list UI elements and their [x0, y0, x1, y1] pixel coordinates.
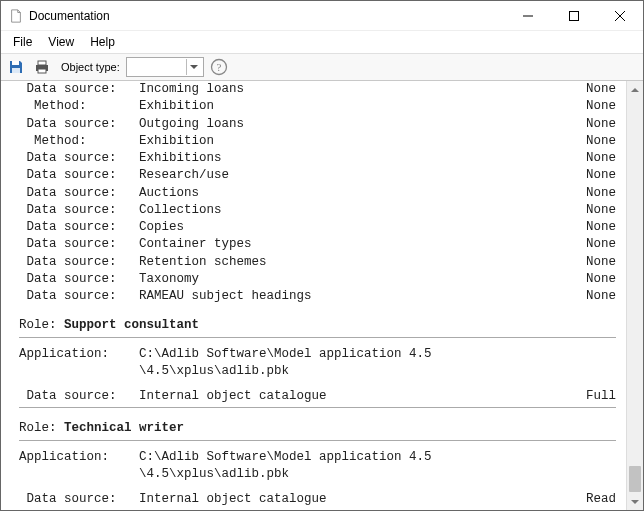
window-title: Documentation [29, 9, 110, 23]
row-value: RAMEAU subject headings [139, 288, 586, 305]
minimize-button[interactable] [505, 1, 551, 30]
row-value: Auctions [139, 185, 586, 202]
content-wrap: Data source: Incoming loans None Method:… [1, 81, 643, 510]
svg-rect-7 [38, 61, 46, 65]
object-type-label: Object type: [61, 61, 120, 73]
application-path: C:\Adlib Software\Model application 4.5 … [139, 346, 432, 381]
row-key: Data source: [19, 254, 139, 271]
help-button[interactable]: ? [208, 56, 230, 78]
row-access: None [586, 167, 616, 184]
row-key: Data source: [19, 271, 139, 288]
close-button[interactable] [597, 1, 643, 30]
row-access: None [586, 133, 616, 150]
window-controls [505, 1, 643, 30]
role-name: Support consultant [64, 318, 199, 332]
row-value: Retention schemes [139, 254, 586, 271]
list-item: Method: Exhibition None [19, 133, 616, 150]
row-access: None [586, 288, 616, 305]
row-access: None [586, 271, 616, 288]
row-value: Incoming loans [139, 81, 586, 98]
list-item: Data source: Taxonomy None [19, 271, 616, 288]
row-value: Collections [139, 202, 586, 219]
list-item: Data source: Internal object catalogue F… [19, 388, 616, 405]
row-key: Data source: [19, 491, 139, 508]
help-icon: ? [210, 58, 228, 76]
print-icon [34, 59, 50, 75]
row-value: Outgoing loans [139, 116, 586, 133]
application-row: Application: C:\Adlib Software\Model app… [19, 346, 616, 381]
row-key: Data source: [19, 150, 139, 167]
row-key: Data source: [19, 388, 139, 405]
row-access: None [586, 219, 616, 236]
object-type-select[interactable] [126, 57, 204, 77]
menubar: File View Help [1, 31, 643, 53]
maximize-button[interactable] [551, 1, 597, 30]
list-item: Data source: Incoming loans None [19, 81, 616, 98]
list-item: Data source: Retention schemes None [19, 254, 616, 271]
document-icon [9, 9, 23, 23]
close-icon [615, 11, 625, 21]
scroll-thumb[interactable] [629, 466, 641, 492]
list-item: Data source: RAMEAU subject headings Non… [19, 288, 616, 305]
list-item: Method: Exhibition None [19, 98, 616, 115]
role-label: Role: [19, 318, 64, 332]
toolbar: Object type: ? [1, 53, 643, 81]
row-access: None [586, 81, 616, 98]
row-value: Internal object catalogue [139, 491, 586, 508]
scroll-down-arrow[interactable] [627, 493, 643, 510]
document-content: Data source: Incoming loans None Method:… [1, 81, 626, 510]
role-row: Role: Support consultant [19, 317, 616, 334]
chevron-down-icon [186, 59, 202, 75]
row-access: None [586, 254, 616, 271]
row-value: Exhibition [139, 133, 586, 150]
maximize-icon [569, 11, 579, 21]
menu-view[interactable]: View [40, 33, 82, 51]
row-key: Data source: [19, 288, 139, 305]
application-label: Application: [19, 449, 139, 466]
svg-text:?: ? [216, 61, 221, 73]
list-item: Data source: Collections None [19, 202, 616, 219]
row-access: Read [586, 491, 616, 508]
save-button[interactable] [5, 56, 27, 78]
app-window: Documentation File View Help [0, 0, 644, 511]
svg-rect-8 [38, 69, 46, 73]
row-value: Container types [139, 236, 586, 253]
separator [19, 407, 616, 408]
role-row: Role: Technical writer [19, 420, 616, 437]
row-value: Exhibition [139, 98, 586, 115]
row-value: Exhibitions [139, 150, 586, 167]
row-key: Data source: [19, 236, 139, 253]
svg-rect-4 [12, 61, 19, 65]
row-value: Copies [139, 219, 586, 236]
application-path: C:\Adlib Software\Model application 4.5 … [139, 449, 432, 484]
row-key: Data source: [19, 202, 139, 219]
save-icon [8, 59, 24, 75]
separator [19, 337, 616, 338]
list-item: Data source: Outgoing loans None [19, 116, 616, 133]
svg-rect-1 [570, 11, 579, 20]
minimize-icon [523, 11, 533, 21]
vertical-scrollbar[interactable] [626, 81, 643, 510]
application-label: Application: [19, 346, 139, 363]
menu-file[interactable]: File [5, 33, 40, 51]
row-key: Data source: [19, 219, 139, 236]
role-name: Technical writer [64, 421, 184, 435]
list-item: Data source: Auctions None [19, 185, 616, 202]
separator [19, 440, 616, 441]
row-access: None [586, 236, 616, 253]
svg-rect-5 [12, 68, 20, 73]
scroll-up-arrow[interactable] [627, 81, 643, 98]
row-access: Full [586, 388, 616, 405]
row-key: Method: [19, 133, 139, 150]
row-value: Research/use [139, 167, 586, 184]
row-value: Taxonomy [139, 271, 586, 288]
print-button[interactable] [31, 56, 53, 78]
row-access: None [586, 150, 616, 167]
application-row: Application: C:\Adlib Software\Model app… [19, 449, 616, 484]
list-item: Data source: Internal object catalogue R… [19, 491, 616, 508]
row-access: None [586, 116, 616, 133]
menu-help[interactable]: Help [82, 33, 123, 51]
row-key: Method: [19, 98, 139, 115]
row-key: Data source: [19, 116, 139, 133]
row-value: Internal object catalogue [139, 388, 586, 405]
